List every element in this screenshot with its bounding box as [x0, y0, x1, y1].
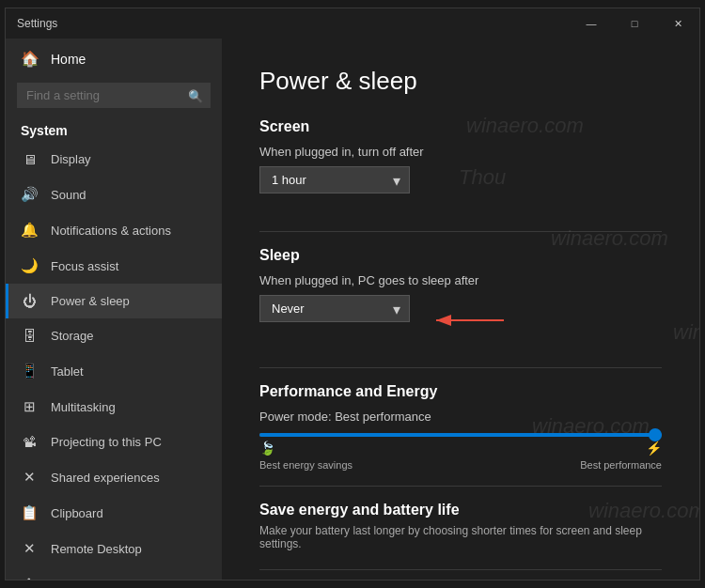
sidebar-item-label: Shared experiences	[51, 471, 160, 485]
screen-sublabel: When plugged in, turn off after	[259, 145, 662, 159]
sidebar: 🏠 Home 🔍 System 🖥 Display 🔊 Sound 🔔 Noti…	[6, 39, 222, 580]
remote-icon: ✕	[21, 540, 38, 557]
sidebar-item-label: Tablet	[51, 364, 84, 379]
settings-window: Settings — □ ✕ 🏠 Home 🔍 System 🖥 Display	[5, 8, 700, 580]
main-content: winaero.com winaero.com winaero.com wina…	[222, 39, 699, 580]
performance-section: Power mode: Best performance 🍃 ⚡ Best en…	[259, 410, 662, 471]
slider-label: Power mode: Best performance	[259, 410, 662, 424]
focus-icon: 🌙	[21, 257, 38, 274]
display-icon: 🖥	[21, 151, 38, 167]
sidebar-item-label: Clipboard	[51, 506, 103, 520]
sidebar-item-remote[interactable]: ✕ Remote Desktop	[6, 531, 222, 566]
screen-dropdown-wrap: 1 hour	[259, 166, 410, 193]
screen-section-title: Screen	[259, 118, 662, 135]
window-title: Settings	[17, 17, 57, 30]
sidebar-item-shared[interactable]: ✕ Shared experiences	[6, 459, 222, 495]
sidebar-item-display[interactable]: 🖥 Display	[6, 142, 222, 177]
close-button[interactable]: ✕	[656, 8, 699, 39]
search-box: 🔍	[17, 83, 211, 108]
sidebar-item-focus[interactable]: 🌙 Focus assist	[6, 248, 222, 284]
slider-max-label: Best performance	[580, 459, 662, 471]
sidebar-item-label: Power & sleep	[51, 294, 130, 308]
sidebar-item-notifications[interactable]: 🔔 Notifications & actions	[6, 212, 222, 248]
search-icon: 🔍	[188, 88, 203, 102]
arrow-indicator	[429, 309, 504, 332]
power-icon: ⏻	[21, 293, 38, 309]
slider-labels: Best energy savings Best performance	[259, 459, 662, 471]
energy-savings-icon: 🍃	[259, 441, 275, 456]
sidebar-item-home[interactable]: 🏠 Home	[6, 39, 222, 79]
multitasking-icon: ⊞	[21, 398, 38, 415]
section-separator-4	[259, 569, 662, 570]
sleep-sublabel: When plugged in, PC goes to sleep after	[259, 273, 662, 287]
save-energy-desc: Make your battery last longer by choosin…	[259, 524, 662, 550]
screen-dropdown[interactable]: 1 hour	[259, 166, 410, 193]
storage-icon: 🗄	[21, 328, 38, 344]
about-icon: ℹ	[21, 576, 38, 580]
sidebar-item-label: Display	[51, 152, 91, 166]
sidebar-item-sound[interactable]: 🔊 Sound	[6, 177, 222, 212]
watermark-thou: Thou	[459, 165, 506, 190]
sidebar-item-label: Notifications & actions	[51, 224, 171, 238]
slider-fill	[259, 433, 662, 437]
slider-container	[259, 433, 662, 437]
slider-icon-row: 🍃 ⚡	[259, 441, 662, 456]
sleep-dropdown-wrap: Never	[259, 295, 410, 322]
home-icon: 🏠	[21, 50, 39, 68]
shared-icon: ✕	[21, 469, 38, 486]
maximize-button[interactable]: □	[613, 8, 656, 39]
projecting-icon: 📽	[21, 434, 38, 450]
performance-section-title: Performance and Energy	[259, 383, 662, 400]
sidebar-item-label: Projecting to this PC	[51, 435, 162, 449]
section-separator-1	[259, 231, 662, 232]
sidebar-item-label: Storage	[51, 329, 94, 343]
sleep-dropdown[interactable]: Never	[259, 295, 410, 322]
home-label: Home	[51, 52, 86, 67]
slider-min-label: Best energy savings	[259, 459, 352, 471]
sidebar-item-tablet[interactable]: 📱 Tablet	[6, 353, 222, 389]
section-separator-3	[259, 486, 662, 487]
page-title: Power & sleep	[259, 67, 662, 96]
tablet-icon: 📱	[21, 363, 38, 379]
search-input[interactable]	[17, 83, 211, 108]
sidebar-item-label: Focus assist	[51, 259, 118, 273]
sidebar-item-label: Multitasking	[51, 400, 116, 414]
slider-thumb[interactable]	[649, 428, 662, 441]
sidebar-item-label: Remote Desktop	[51, 542, 142, 556]
sidebar-item-projecting[interactable]: 📽 Projecting to this PC	[6, 425, 222, 459]
save-energy-title: Save energy and battery life	[259, 502, 662, 518]
window-controls: — □ ✕	[570, 8, 699, 39]
window-content: 🏠 Home 🔍 System 🖥 Display 🔊 Sound 🔔 Noti…	[6, 39, 699, 580]
sidebar-item-power[interactable]: ⏻ Power & sleep	[6, 284, 222, 318]
titlebar: Settings — □ ✕	[6, 8, 699, 39]
sidebar-section-title: System	[6, 116, 222, 142]
slider-track	[259, 433, 662, 437]
best-performance-icon: ⚡	[646, 441, 662, 456]
sidebar-item-multitasking[interactable]: ⊞ Multitasking	[6, 389, 222, 425]
sidebar-item-about[interactable]: ℹ About	[6, 566, 222, 580]
watermark-4: winaero.com	[673, 320, 699, 345]
sidebar-item-label: About	[51, 578, 83, 580]
sleep-section-title: Sleep	[259, 247, 662, 264]
sidebar-item-clipboard[interactable]: 📋 Clipboard	[6, 495, 222, 531]
sidebar-item-storage[interactable]: 🗄 Storage	[6, 318, 222, 353]
sidebar-item-label: Sound	[51, 188, 86, 202]
sound-icon: 🔊	[21, 186, 38, 203]
notification-icon: 🔔	[21, 222, 38, 239]
clipboard-icon: 📋	[21, 504, 38, 521]
minimize-button[interactable]: —	[570, 8, 613, 39]
section-separator-2	[259, 367, 662, 368]
